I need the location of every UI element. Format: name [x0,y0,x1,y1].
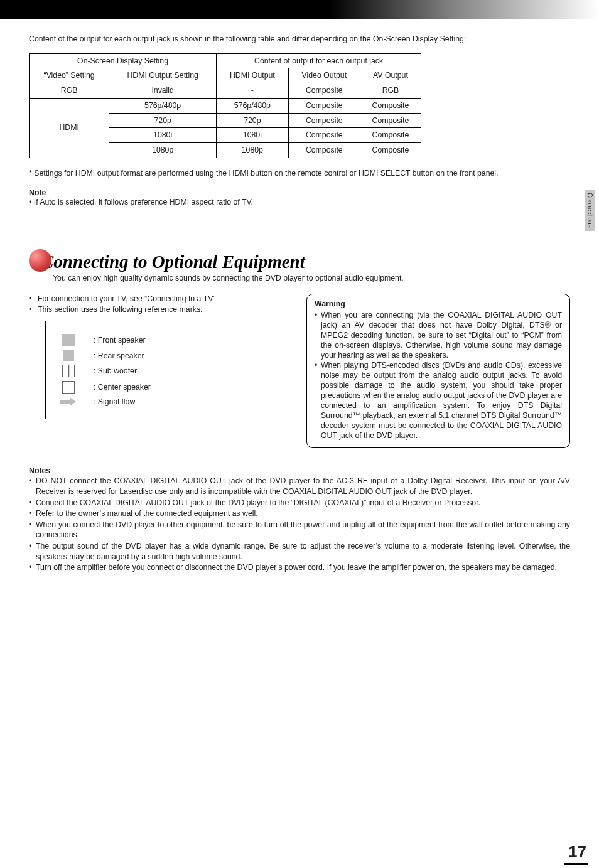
cell: Composite [360,113,421,128]
col-video-setting: “Video” Setting [30,68,109,83]
notes-item: Connect the COAXIAL DIGITAL AUDIO OUT ja… [29,498,570,508]
legend-label: : Front speaker [94,336,146,345]
legend-label: : Signal flow [94,397,135,406]
section-subtitle: You can enjoy high quality dynamic sound… [53,274,570,282]
legend-label: : Sub woofer [94,367,137,375]
notes-item: Refer to the owner’s manual of the conne… [29,508,570,519]
warning-item: When you are connecting (via the COAXIAL… [315,311,562,361]
cell: RGB [30,83,109,99]
cell: 576p/480p [109,98,217,113]
intro-paragraph: Content of the output for each output ja… [29,34,570,45]
col-video-output: Video Output [288,68,360,83]
notes-item: The output sound of the DVD player has a… [29,541,570,562]
notes-heading: Notes [29,466,570,476]
left-bullet: For connection to your TV, see “Connecti… [29,294,293,304]
warning-heading: Warning [315,299,562,309]
legend-box: : Front speaker : Rear speaker : Sub woo… [45,321,246,419]
cell: 576p/480p [217,98,289,113]
header-gradient-bar [0,0,599,19]
cell: 1080p [109,143,217,158]
cell: 1080i [217,128,289,143]
cell: 720p [109,113,217,128]
cell: RGB [360,83,421,99]
legend-label: : Center speaker [94,383,151,392]
table-header-osd: On-Screen Display Setting [30,53,217,68]
cell: 720p [217,113,289,128]
table-header-content: Content of output for each output jack [217,53,421,68]
cell: 1080i [109,128,217,143]
heading-bullet-icon [29,249,51,272]
note-body: • If Auto is selected, it follows prefer… [29,197,570,208]
warning-box: Warning When you are connecting (via the… [306,294,570,448]
cell: 1080p [217,143,289,158]
cell: - [217,83,289,99]
cell: Invalid [109,83,217,99]
rear-speaker-icon [60,350,77,361]
cell: Composite [288,128,360,143]
notes-item: DO NOT connect the COAXIAL DIGITAL AUDIO… [29,476,570,496]
warning-item: When playing DTS-encoded discs (DVDs and… [315,361,562,441]
page-number: 17 [568,842,586,862]
cell-hdmi-rowspan: HDMI [30,98,109,158]
cell: Composite [288,143,360,158]
cell: Composite [360,98,421,113]
table-footnote: * Settings for HDMI output format are pe… [29,168,570,179]
col-hdmi-output-setting: HDMI Output Setting [109,68,217,83]
cell: Composite [360,143,421,158]
center-speaker-icon [60,381,77,394]
col-hdmi-output: HDMI Output [217,68,289,83]
notes-item: Turn off the amplifier before you connec… [29,562,570,573]
front-speaker-icon [60,334,77,346]
subwoofer-icon [60,365,77,377]
legend-label: : Rear speaker [94,351,144,360]
note-heading: Note [29,188,570,197]
col-av-output: AV Output [360,68,421,83]
cell: Composite [288,113,360,128]
signal-flow-icon [60,399,77,405]
output-table: On-Screen Display Setting Content of out… [29,53,421,158]
cell: Composite [288,98,360,113]
section-heading: Connecting to Optional Equipment [41,252,305,272]
cell: Composite [360,128,421,143]
left-bullet: This section uses the following referenc… [29,304,293,315]
notes-item: When you connect the DVD player to other… [29,520,570,540]
cell: Composite [288,83,360,99]
side-tab-connections: Connections [585,190,595,231]
